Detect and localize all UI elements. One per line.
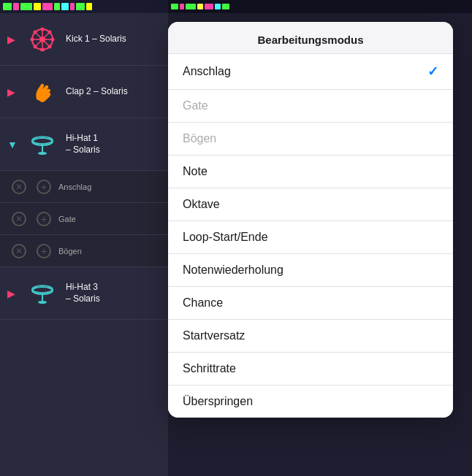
dropdown-label-oktave: Oktave	[183, 198, 438, 211]
dropdown-title: Bearbeitungsmodus	[168, 22, 453, 53]
remove-anschlag-button[interactable]: ✕	[12, 180, 26, 194]
add-gate-button[interactable]: +	[37, 212, 51, 226]
remove-gate-button[interactable]: ✕	[12, 212, 26, 226]
dropdown-label-anschlag: Anschlag	[183, 65, 427, 78]
svg-point-18	[38, 152, 47, 155]
remove-bogen-button[interactable]: ✕	[12, 244, 26, 258]
svg-point-10	[34, 30, 37, 34]
dropdown-label-schrittrate: Schrittrate	[183, 362, 438, 375]
track-item-kick1: ▶ Kick 1 – Solaris	[0, 13, 168, 66]
svg-point-6	[41, 27, 45, 31]
sub-label-gate: Gate	[58, 215, 161, 223]
top-bar	[0, 0, 168, 13]
hihat1-icon	[26, 128, 58, 161]
svg-point-9	[51, 37, 55, 41]
bar-segment	[3, 3, 12, 10]
bar-segment	[34, 3, 41, 10]
clap-icon	[26, 76, 58, 108]
track-item-hihat1: ▼ Hi-Hat 1– Solaris	[0, 118, 168, 171]
dropdown-item-startversatz[interactable]: Startversatz	[168, 319, 453, 352]
dropdown-label-gate: Gate	[183, 99, 438, 112]
bar-segment	[20, 3, 32, 10]
dropdown-item-note[interactable]: Note	[168, 155, 453, 188]
track-item-clap2: ▶ Clap 2 – Solaris	[0, 66, 168, 118]
dropdown-label-chance: Chance	[183, 296, 438, 310]
bar-segment	[76, 3, 85, 10]
dropdown-item-loop[interactable]: Loop-Start/Ende	[168, 220, 453, 253]
play-button-kick1[interactable]: ▶	[7, 34, 19, 45]
dropdown-item-notenwiederholung[interactable]: Notenwiederholung	[168, 253, 453, 286]
bar-segment	[42, 3, 53, 10]
checkmark-anschlag: ✓	[427, 64, 438, 80]
svg-rect-14	[40, 48, 45, 51]
track-name-clap2: Clap 2 – Solaris	[66, 86, 161, 98]
track-name-kick1: Kick 1 – Solaris	[66, 34, 161, 45]
dropdown-menu: Bearbeitungsmodus Anschlag ✓ Gate Bögen …	[168, 22, 453, 418]
dropdown-label-loop: Loop-Start/Ende	[183, 231, 438, 244]
svg-point-12	[48, 30, 52, 34]
dropdown-item-gate[interactable]: Gate	[168, 89, 453, 122]
svg-point-11	[48, 45, 52, 48]
dropdown-label-note: Note	[183, 165, 438, 178]
track-name-hihat3: Hi-Hat 3– Solaris	[66, 282, 161, 304]
bar-segment	[86, 3, 92, 10]
track-name-hihat1: Hi-Hat 1– Solaris	[66, 133, 161, 156]
svg-point-22	[38, 301, 47, 304]
dropdown-label-startversatz: Startversatz	[183, 329, 438, 342]
dropdown-item-schrittrate[interactable]: Schrittrate	[168, 352, 453, 385]
dropdown-item-uberspringen[interactable]: Überspringen	[168, 385, 453, 418]
dropdown-item-bogen[interactable]: Bögen	[168, 122, 453, 155]
dropdown-item-anschlag[interactable]: Anschlag ✓	[168, 53, 453, 89]
add-bogen-button[interactable]: +	[37, 244, 51, 258]
sub-item-bogen: ✕ + Bögen	[0, 235, 168, 267]
bar-segment	[13, 3, 19, 10]
bar-segment	[54, 3, 60, 10]
kick-icon	[26, 23, 58, 55]
play-button-clap2[interactable]: ▶	[7, 86, 19, 98]
dropdown-label-bogen: Bögen	[183, 132, 438, 145]
dropdown-item-chance[interactable]: Chance	[168, 286, 453, 319]
sub-label-bogen: Bögen	[58, 247, 161, 256]
play-button-hihat3[interactable]: ▶	[7, 288, 19, 299]
bar-segment	[61, 3, 69, 10]
track-list: ▶ Kick 1 – Solaris	[0, 0, 168, 476]
bar-segment	[70, 3, 75, 10]
svg-point-13	[34, 45, 37, 48]
sub-item-gate: ✕ + Gate	[0, 203, 168, 235]
sub-label-anschlag: Anschlag	[58, 183, 161, 191]
dropdown-item-oktave[interactable]: Oktave	[168, 188, 453, 220]
hihat3-icon	[26, 277, 58, 310]
sequencer-top-bar	[168, 0, 472, 13]
sub-item-anschlag: ✕ + Anschlag	[0, 171, 168, 203]
svg-point-8	[31, 37, 34, 41]
track-item-hihat3: ▶ Hi-Hat 3– Solaris	[0, 267, 168, 320]
dropdown-label-uberspringen: Überspringen	[183, 395, 438, 408]
add-anschlag-button[interactable]: +	[37, 180, 51, 194]
expand-button-hihat1[interactable]: ▼	[7, 139, 19, 150]
dropdown-label-notenwiederholung: Notenwiederholung	[183, 264, 438, 277]
